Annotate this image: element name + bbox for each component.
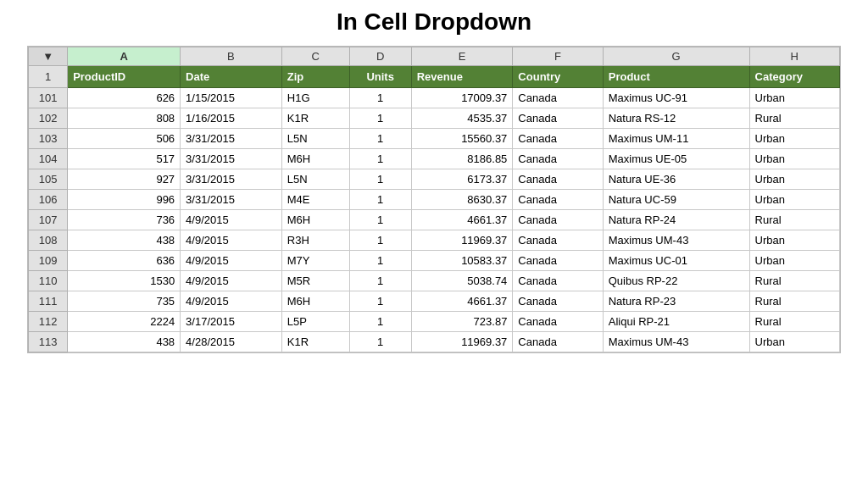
- cell-revenue-3[interactable]: 8186.85: [411, 149, 513, 169]
- cell-productid-7[interactable]: 438: [68, 230, 181, 251]
- cell-product-8[interactable]: Maximus UC-01: [603, 251, 749, 271]
- cell-product-11[interactable]: Aliqui RP-21: [603, 312, 749, 332]
- col-header-g[interactable]: G: [603, 47, 749, 66]
- cell-revenue-2[interactable]: 15560.37: [411, 129, 513, 149]
- cell-date-6[interactable]: 4/9/2015: [181, 210, 282, 230]
- col-header-e[interactable]: E: [411, 47, 513, 66]
- cell-productid-6[interactable]: 736: [68, 210, 181, 230]
- cell-revenue-8[interactable]: 10583.37: [411, 251, 513, 271]
- cell-revenue-12[interactable]: 11969.37: [411, 332, 513, 352]
- col-header-h[interactable]: H: [749, 47, 839, 66]
- cell-revenue-10[interactable]: 4661.37: [411, 291, 513, 312]
- cell-zip-2[interactable]: L5N: [281, 129, 349, 149]
- cell-units-6[interactable]: 1: [349, 210, 411, 230]
- cell-date-12[interactable]: 4/28/2015: [181, 332, 282, 352]
- cell-productid-9[interactable]: 1530: [68, 271, 181, 291]
- cell-units-4[interactable]: 1: [349, 169, 411, 190]
- cell-country-4[interactable]: Canada: [513, 169, 603, 190]
- cell-category-8[interactable]: Urban: [749, 251, 839, 271]
- cell-revenue-9[interactable]: 5038.74: [411, 271, 513, 291]
- cell-date-4[interactable]: 3/31/2015: [181, 169, 282, 190]
- cell-revenue-6[interactable]: 4661.37: [411, 210, 513, 230]
- cell-revenue-1[interactable]: 4535.37: [411, 108, 513, 129]
- cell-units-2[interactable]: 1: [349, 129, 411, 149]
- cell-product-0[interactable]: Maximus UC-91: [603, 88, 749, 108]
- cell-category-4[interactable]: Urban: [749, 169, 839, 190]
- table-row[interactable]: 113 438 4/28/2015 K1R 1 11969.37 Canada …: [29, 332, 840, 352]
- cell-category-6[interactable]: Rural: [749, 210, 839, 230]
- cell-product-7[interactable]: Maximus UM-43: [603, 230, 749, 251]
- cell-product-10[interactable]: Natura RP-23: [603, 291, 749, 312]
- cell-zip-3[interactable]: M6H: [281, 149, 349, 169]
- table-row[interactable]: 109 636 4/9/2015 M7Y 1 10583.37 Canada M…: [29, 251, 840, 271]
- cell-units-1[interactable]: 1: [349, 108, 411, 129]
- table-row[interactable]: 105 927 3/31/2015 L5N 1 6173.37 Canada N…: [29, 169, 840, 190]
- cell-category-3[interactable]: Urban: [749, 149, 839, 169]
- col-header-f[interactable]: F: [513, 47, 603, 66]
- cell-date-10[interactable]: 4/9/2015: [181, 291, 282, 312]
- cell-units-8[interactable]: 1: [349, 251, 411, 271]
- cell-units-0[interactable]: 1: [349, 88, 411, 108]
- cell-product-4[interactable]: Natura UE-36: [603, 169, 749, 190]
- cell-country-6[interactable]: Canada: [513, 210, 603, 230]
- cell-country-5[interactable]: Canada: [513, 190, 603, 210]
- cell-units-9[interactable]: 1: [349, 271, 411, 291]
- cell-product-5[interactable]: Natura UC-59: [603, 190, 749, 210]
- cell-category-10[interactable]: Rural: [749, 291, 839, 312]
- cell-product-9[interactable]: Quibus RP-22: [603, 271, 749, 291]
- cell-units-7[interactable]: 1: [349, 230, 411, 251]
- table-row[interactable]: 111 735 4/9/2015 M6H 1 4661.37 Canada Na…: [29, 291, 840, 312]
- table-row[interactable]: 106 996 3/31/2015 M4E 1 8630.37 Canada N…: [29, 190, 840, 210]
- table-row[interactable]: 102 808 1/16/2015 K1R 1 4535.37 Canada N…: [29, 108, 840, 129]
- cell-productid-2[interactable]: 506: [68, 129, 181, 149]
- cell-category-0[interactable]: Urban: [749, 88, 839, 108]
- cell-category-9[interactable]: Rural: [749, 271, 839, 291]
- cell-country-8[interactable]: Canada: [513, 251, 603, 271]
- cell-country-0[interactable]: Canada: [513, 88, 603, 108]
- cell-productid-10[interactable]: 735: [68, 291, 181, 312]
- cell-zip-5[interactable]: M4E: [281, 190, 349, 210]
- col-header-b[interactable]: B: [181, 47, 282, 66]
- cell-zip-8[interactable]: M7Y: [281, 251, 349, 271]
- cell-units-5[interactable]: 1: [349, 190, 411, 210]
- cell-product-1[interactable]: Natura RS-12: [603, 108, 749, 129]
- cell-productid-8[interactable]: 636: [68, 251, 181, 271]
- cell-zip-4[interactable]: L5N: [281, 169, 349, 190]
- cell-date-1[interactable]: 1/16/2015: [181, 108, 282, 129]
- cell-zip-9[interactable]: M5R: [281, 271, 349, 291]
- cell-country-2[interactable]: Canada: [513, 129, 603, 149]
- cell-productid-1[interactable]: 808: [68, 108, 181, 129]
- table-row[interactable]: 108 438 4/9/2015 R3H 1 11969.37 Canada M…: [29, 230, 840, 251]
- cell-date-3[interactable]: 3/31/2015: [181, 149, 282, 169]
- cell-date-5[interactable]: 3/31/2015: [181, 190, 282, 210]
- cell-category-12[interactable]: Urban: [749, 332, 839, 352]
- cell-zip-7[interactable]: R3H: [281, 230, 349, 251]
- cell-category-2[interactable]: Urban: [749, 129, 839, 149]
- cell-product-3[interactable]: Maximus UE-05: [603, 149, 749, 169]
- cell-zip-12[interactable]: K1R: [281, 332, 349, 352]
- cell-country-7[interactable]: Canada: [513, 230, 603, 251]
- cell-date-7[interactable]: 4/9/2015: [181, 230, 282, 251]
- cell-revenue-11[interactable]: 723.87: [411, 312, 513, 332]
- table-row[interactable]: 103 506 3/31/2015 L5N 1 15560.37 Canada …: [29, 129, 840, 149]
- cell-country-11[interactable]: Canada: [513, 312, 603, 332]
- table-row[interactable]: 104 517 3/31/2015 M6H 1 8186.85 Canada M…: [29, 149, 840, 169]
- cell-category-1[interactable]: Rural: [749, 108, 839, 129]
- cell-units-11[interactable]: 1: [349, 312, 411, 332]
- cell-productid-11[interactable]: 2224: [68, 312, 181, 332]
- cell-country-1[interactable]: Canada: [513, 108, 603, 129]
- cell-revenue-5[interactable]: 8630.37: [411, 190, 513, 210]
- cell-productid-4[interactable]: 927: [68, 169, 181, 190]
- cell-units-3[interactable]: 1: [349, 149, 411, 169]
- cell-product-6[interactable]: Natura RP-24: [603, 210, 749, 230]
- cell-revenue-7[interactable]: 11969.37: [411, 230, 513, 251]
- cell-category-7[interactable]: Urban: [749, 230, 839, 251]
- cell-date-9[interactable]: 4/9/2015: [181, 271, 282, 291]
- cell-zip-10[interactable]: M6H: [281, 291, 349, 312]
- cell-category-11[interactable]: Rural: [749, 312, 839, 332]
- cell-country-3[interactable]: Canada: [513, 149, 603, 169]
- col-header-a[interactable]: A: [68, 47, 181, 66]
- cell-country-12[interactable]: Canada: [513, 332, 603, 352]
- cell-units-10[interactable]: 1: [349, 291, 411, 312]
- table-row[interactable]: 107 736 4/9/2015 M6H 1 4661.37 Canada Na…: [29, 210, 840, 230]
